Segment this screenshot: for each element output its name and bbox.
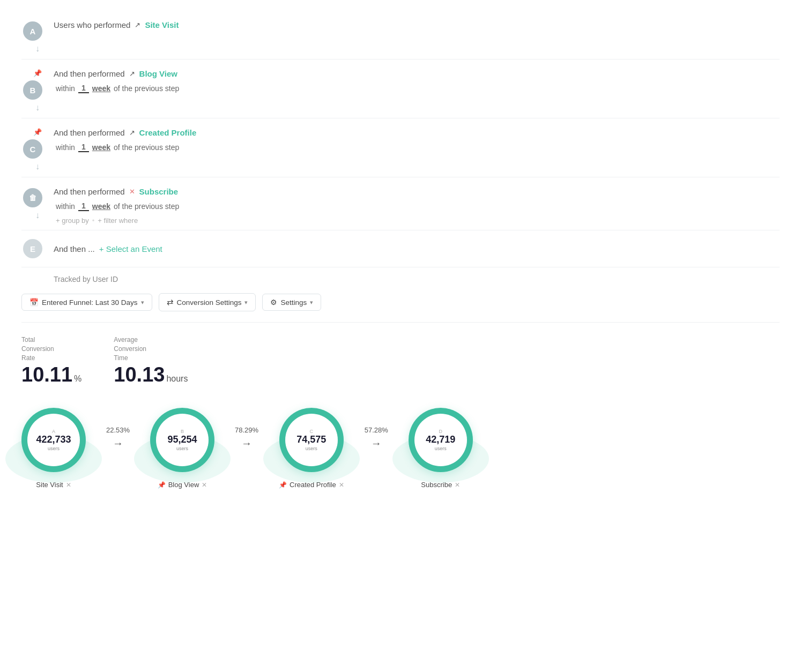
funnel-node-a: A422,733usersSite Visit✕ (21, 408, 86, 489)
step-within-d: within 1 week of the previous step (56, 201, 780, 211)
pin-icon-b[interactable]: 📌 (33, 69, 42, 77)
within-label-d: within (56, 202, 75, 211)
funnel-close-a[interactable]: ✕ (66, 481, 71, 489)
filter-where-link[interactable]: + filter where (98, 216, 138, 225)
within-unit-d[interactable]: week (92, 202, 110, 211)
step-prefix-c: And then performed (54, 128, 125, 137)
funnel-pct-2: 57.28% (365, 426, 388, 434)
step-badge-e: E (23, 239, 42, 258)
step-badge-b: B (23, 80, 42, 100)
event-icon-b: ↗ (129, 70, 135, 78)
step-within-b: within 1 week of the previous step (56, 84, 780, 93)
funnel-section: A422,733usersSite Visit✕22.53%→B95,254us… (21, 397, 780, 499)
settings-button[interactable]: ⚙ Settings ▾ (262, 294, 321, 311)
event-link-d[interactable]: Subscribe (139, 187, 179, 196)
step-left-c: 📌 C ↓ (21, 128, 54, 171)
event-link-a[interactable]: Site Visit (145, 20, 179, 29)
within-suffix-d: of the previous step (114, 202, 179, 211)
within-number-b[interactable]: 1 (78, 84, 89, 93)
funnel-arrow-1: → (241, 437, 252, 450)
step-left-d: 🗑 ↓ (21, 187, 54, 220)
funnel-connector-2: 57.28%→ (344, 426, 409, 471)
step-actions-d: + group by • + filter where (56, 216, 780, 225)
step-prefix-a: Users who performed (54, 20, 130, 29)
funnel-close-c[interactable]: ✕ (339, 481, 344, 489)
step-content-a: Users who performed ↗ Site Visit (54, 20, 780, 29)
funnel-wrapper: A422,733usersSite Visit✕22.53%→B95,254us… (21, 397, 780, 499)
funnel-unit-a: users (48, 446, 60, 451)
step-prefix-d: And then performed (54, 187, 125, 196)
total-conversion-value: 10.11 (21, 363, 72, 386)
settings-icon: ⚙ (270, 298, 277, 307)
within-label-c: within (56, 143, 75, 152)
within-suffix-c: of the previous step (114, 143, 179, 152)
funnel-connector-1: 78.29%→ (214, 426, 279, 471)
funnel-badge-c: C (310, 429, 314, 434)
main-container: A ↓ Users who performed ↗ Site Visit 📌 B… (0, 0, 801, 672)
group-by-link[interactable]: + group by (56, 216, 89, 225)
step-badge-d[interactable]: 🗑 (23, 188, 42, 207)
total-conversion-unit: % (74, 374, 81, 384)
step-main-line-b: And then performed ↗ Blog View (54, 69, 780, 78)
funnel-pin-c[interactable]: 📌 (279, 481, 287, 489)
avg-conversion-value-row: 10.13 hours (114, 363, 188, 386)
date-range-label: Entered Funnel: Last 30 Days (42, 298, 138, 307)
funnel-circle-outer-d: D42,719users (409, 408, 473, 472)
tracked-by: Tracked by User ID (21, 267, 780, 288)
settings-chevron: ▾ (310, 299, 313, 306)
funnel-unit-c: users (306, 446, 317, 451)
action-sep: • (92, 216, 95, 225)
stats-row: Total Conversion Rate 10.11 % Average Co… (21, 323, 780, 397)
step-row-b: 📌 B ↓ And then performed ↗ Blog View wit… (21, 59, 780, 118)
conversion-chevron: ▾ (244, 299, 248, 306)
funnel-count-a: 422,733 (36, 435, 71, 444)
select-event-link[interactable]: + Select an Event (97, 244, 162, 253)
step-arrow-b: ↓ (35, 103, 40, 113)
within-unit-c[interactable]: week (92, 143, 110, 152)
within-label-b: within (56, 84, 75, 93)
funnel-unit-d: users (435, 446, 447, 451)
step-left-b: 📌 B ↓ (21, 69, 54, 113)
funnel-badge-b: B (181, 429, 184, 434)
step-content-c: And then performed ↗ Created Profile wit… (54, 128, 780, 152)
funnel-pin-b[interactable]: 📌 (158, 481, 166, 489)
funnel-circle-inner-c: C74,575users (285, 414, 338, 466)
step-arrow-c: ↓ (35, 162, 40, 171)
avg-conversion-unit: hours (166, 374, 188, 384)
avg-conversion-stat: Average Conversion Time 10.13 hours (114, 335, 188, 386)
step-left-a: A ↓ (21, 20, 54, 54)
conversion-label: Conversion Settings (177, 298, 242, 307)
trash-icon-d: 🗑 (29, 193, 36, 202)
funnel-pct-0: 22.53% (106, 426, 130, 434)
step-arrow-a: ↓ (35, 44, 40, 54)
funnel-close-d[interactable]: ✕ (455, 481, 460, 489)
date-range-button[interactable]: 📅 Entered Funnel: Last 30 Days ▾ (21, 294, 152, 311)
step-row-c: 📌 C ↓ And then performed ↗ Created Profi… (21, 118, 780, 177)
toolbar: 📅 Entered Funnel: Last 30 Days ▾ ⇄ Conve… (21, 288, 780, 323)
pin-icon-c[interactable]: 📌 (33, 128, 42, 136)
funnel-circle-inner-a: A422,733users (27, 414, 80, 466)
step-content-d: And then performed ✕ Subscribe within 1 … (54, 187, 780, 225)
conversion-settings-button[interactable]: ⇄ Conversion Settings ▾ (159, 293, 256, 311)
funnel-pct-1: 78.29% (235, 426, 258, 434)
funnel-connector-0: 22.53%→ (86, 426, 150, 471)
funnel-badge-a: A (52, 429, 55, 434)
step-main-line-c: And then performed ↗ Created Profile (54, 128, 780, 137)
within-unit-b[interactable]: week (92, 84, 110, 93)
funnel-node-c: C74,575users📌Created Profile✕ (279, 408, 344, 489)
step-badge-a: A (23, 21, 42, 41)
step-row-e: E And then ... + Select an Event (21, 230, 780, 267)
date-range-icon: 📅 (29, 298, 39, 307)
date-range-chevron: ▾ (141, 299, 144, 306)
step-left-e: E (21, 239, 54, 258)
step-prefix-e: And then ... (54, 244, 95, 253)
event-link-c[interactable]: Created Profile (139, 128, 197, 137)
within-number-c[interactable]: 1 (78, 143, 89, 152)
step-content-b: And then performed ↗ Blog View within 1 … (54, 69, 780, 93)
within-number-d[interactable]: 1 (78, 201, 89, 211)
event-icon-d: ✕ (129, 188, 135, 196)
event-icon-a: ↗ (135, 21, 140, 29)
funnel-close-b[interactable]: ✕ (202, 481, 207, 489)
event-link-b[interactable]: Blog View (139, 69, 177, 78)
total-conversion-value-row: 10.11 % (21, 363, 81, 386)
